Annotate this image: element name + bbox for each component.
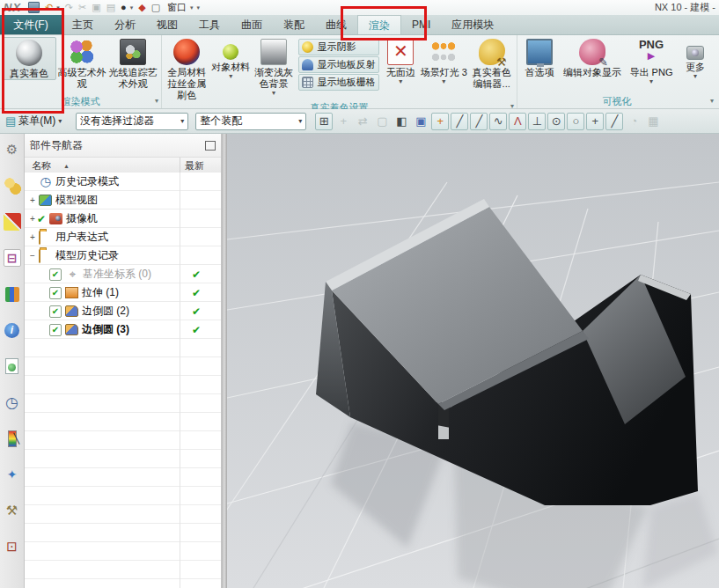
toolbar-options-dropdown-icon[interactable]: ▾ — [197, 4, 201, 11]
snap-point-icon[interactable]: + — [431, 113, 449, 130]
part-navigator-icon[interactable]: ⊟ — [4, 249, 21, 267]
dropdown-arrow-icon[interactable]: ▾ — [693, 73, 697, 80]
history-document-icon[interactable] — [4, 357, 21, 375]
materials-palette-icon[interactable] — [4, 430, 21, 447]
gradient-background-button[interactable]: 渐变浅灰色背景 ▾ — [252, 37, 297, 97]
ribbon-tab-bar: 文件(F) 主页 分析 视图 工具 曲面 装配 曲线 渲染 PMI 应用模块 — [0, 15, 719, 35]
tab-analysis[interactable]: 分析 — [104, 15, 146, 34]
tools-icon[interactable]: ⚒ — [4, 502, 21, 519]
dropdown-arrow-icon[interactable]: ▾ — [399, 78, 402, 85]
derive-feature-icon[interactable]: ⊞ — [315, 113, 333, 130]
ray-traced-art-button[interactable]: 光线追踪艺术外观 — [107, 37, 158, 90]
dropdown-arrow-icon[interactable]: ▾ — [272, 90, 275, 97]
dropdown-arrow-icon[interactable]: ▾ — [649, 78, 653, 85]
checkbox[interactable]: ✔ — [49, 268, 62, 281]
undo-icon[interactable]: ↶ — [45, 1, 53, 14]
tree-item-model-views[interactable]: + 模型视图 — [25, 191, 221, 209]
no-face-edge-button[interactable]: ✕ 无面边 ▾ — [382, 37, 419, 85]
tab-assemblies[interactable]: 装配 — [273, 15, 315, 34]
checkbox[interactable]: ✔ — [49, 305, 62, 318]
cut-icon: ✂ — [78, 1, 86, 14]
group-launcher-icon[interactable]: ▾ — [710, 95, 714, 107]
constraint-navigator-icon[interactable] — [4, 213, 21, 231]
midpoint-snap-icon[interactable]: ╱ — [470, 113, 488, 130]
render-style-dropdown-icon[interactable]: ▾ — [130, 4, 134, 11]
export-png-button[interactable]: PNG▶ 导出 PNG ▾ — [625, 37, 678, 85]
selection-scope-dropdown[interactable]: 整个装配 ▾ — [195, 113, 306, 130]
show-shadow-toggle[interactable]: 显示阴影 — [298, 39, 379, 55]
menu-button[interactable]: ▤ 菜单(M) ▾ — [0, 112, 67, 131]
expander-icon[interactable]: + — [28, 214, 37, 224]
expander-icon[interactable]: − — [28, 251, 37, 261]
tab-curve[interactable]: 曲线 — [315, 15, 357, 34]
line-snap-icon[interactable]: ╱ — [605, 113, 623, 130]
tree-item-history-mode[interactable]: ◷ 历史记录模式 — [25, 173, 221, 191]
true-shading-button[interactable]: 真实着色 — [2, 37, 56, 80]
object-material-button[interactable]: 对象材料 ▾ — [210, 37, 252, 80]
tab-file[interactable]: 文件(F) — [0, 15, 62, 34]
undo-dropdown-icon[interactable]: ▾ — [56, 4, 60, 11]
group-launcher-icon[interactable]: ▾ — [155, 95, 158, 107]
polyline-snap-icon[interactable]: Λ — [509, 113, 526, 130]
tab-tools[interactable]: 工具 — [188, 15, 231, 34]
tab-pmi[interactable]: PMI — [401, 15, 441, 34]
dropdown-arrow-icon[interactable]: ▾ — [229, 73, 232, 80]
global-material-button[interactable]: 全局材料拉丝金属刷色 — [164, 37, 210, 101]
tab-render[interactable]: 渲染 — [357, 15, 401, 34]
show-floor-reflection-toggle[interactable]: 显示地板反射 — [298, 56, 379, 73]
history-clock-icon[interactable]: ◷ — [4, 393, 21, 411]
tangent-snap-icon[interactable]: ∿ — [489, 113, 507, 130]
tab-surface[interactable]: 曲面 — [231, 15, 273, 34]
tab-view[interactable]: 视图 — [146, 15, 188, 34]
up-to-date-icon: ✔ — [192, 287, 201, 299]
tree-item-datum-csys[interactable]: ✔ ⌖ 基准坐标系 (0) ✔ — [25, 265, 221, 283]
tab-application[interactable]: 应用模块 — [441, 15, 504, 34]
circle-snap-icon[interactable]: ○ — [567, 113, 584, 130]
point-on-curve-snap-icon[interactable]: ⊥ — [528, 113, 546, 130]
tab-home[interactable]: 主页 — [62, 15, 104, 34]
dropdown-arrow-icon[interactable]: ▾ — [442, 78, 445, 85]
intersection-snap-icon[interactable]: + — [586, 113, 604, 130]
tree-item-user-expressions[interactable]: + 用户表达式 — [25, 228, 221, 246]
more-camera-icon — [686, 46, 704, 60]
tree-item-edge-blend-2[interactable]: ✔ 边倒圆 (2) ✔ — [25, 302, 221, 320]
roles-gear-icon[interactable]: ⚙ — [4, 141, 21, 158]
preferences-button[interactable]: 首选项 — [519, 37, 560, 78]
true-shading-editor-button[interactable]: 真实着色 编辑器... — [468, 37, 515, 90]
advanced-art-appearance-button[interactable]: 高级艺术外观 — [56, 37, 107, 90]
tree-item-cameras[interactable]: + ✔ 摄像机 — [25, 209, 221, 228]
edit-object-display-button[interactable]: 编辑对象显示 — [560, 37, 625, 78]
endpoint-snap-icon[interactable]: ╱ — [451, 113, 468, 130]
show-floor-grid-toggle[interactable]: 显示地板栅格 — [298, 74, 379, 91]
process-studio-icon[interactable]: ✦ — [4, 466, 21, 483]
touch-mode-icon[interactable]: ◆ — [138, 1, 145, 14]
column-name: 名称 — [25, 159, 51, 173]
panel-title: 部件导航器 — [30, 138, 83, 153]
solid-body-filter-icon[interactable]: ◧ — [393, 113, 410, 130]
tree-item-extrude[interactable]: ✔ 拉伸 (1) ✔ — [25, 283, 221, 302]
internet-browser-icon[interactable]: i — [4, 321, 21, 339]
window-icon[interactable]: ▢ — [151, 1, 160, 14]
undock-panel-icon[interactable] — [205, 141, 216, 151]
checkbox[interactable]: ✔ — [49, 324, 62, 336]
window-gallery-icon[interactable]: ⊡ — [4, 538, 21, 555]
checkbox[interactable]: ✔ — [49, 287, 62, 299]
render-style-icon[interactable]: ● — [121, 1, 127, 14]
work-layer-icon[interactable]: ▣ — [412, 113, 429, 130]
menu-dropdown-icon: ▾ — [58, 117, 62, 125]
copy-icon: ▣ — [92, 1, 100, 14]
save-icon[interactable] — [28, 2, 40, 13]
center-snap-icon[interactable]: ⊙ — [547, 113, 565, 130]
window-dropdown-icon[interactable]: ▾ — [190, 4, 194, 11]
expander-icon[interactable]: + — [28, 232, 37, 242]
assembly-navigator-icon[interactable] — [4, 177, 21, 195]
tree-item-edge-blend-3[interactable]: ✔ 边倒圆 (3) ✔ — [25, 320, 221, 339]
more-button[interactable]: 更多 ▾ — [678, 37, 713, 80]
viewport-3d[interactable] — [227, 134, 719, 588]
selection-filter-dropdown[interactable]: 没有选择过滤器 ▾ — [76, 113, 188, 130]
reuse-library-icon[interactable] — [4, 285, 21, 303]
expander-icon[interactable]: + — [28, 195, 37, 205]
scene-lights-button[interactable]: 场景灯光 3 ▾ — [419, 37, 468, 85]
tree-item-model-history[interactable]: − 模型历史记录 — [25, 246, 221, 265]
window-menu-label[interactable]: 窗口 — [167, 1, 187, 14]
